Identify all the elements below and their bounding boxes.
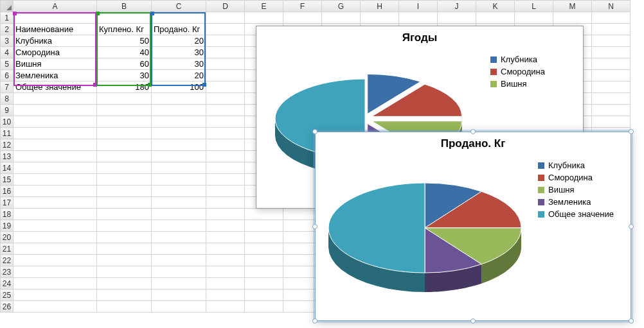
col-header-I[interactable]: I — [399, 1, 438, 12]
col-header-F[interactable]: F — [283, 1, 322, 12]
cell[interactable] — [592, 70, 631, 82]
cell[interactable] — [206, 186, 245, 197]
cell[interactable]: Земленика — [13, 70, 97, 82]
col-header-E[interactable]: E — [245, 1, 283, 12]
cell[interactable] — [245, 232, 283, 243]
cell[interactable] — [245, 12, 283, 24]
cell[interactable] — [97, 209, 152, 220]
cell[interactable] — [206, 255, 245, 266]
cell[interactable] — [206, 58, 245, 70]
cell[interactable] — [245, 266, 283, 278]
cell[interactable] — [206, 209, 245, 220]
pie-plot-front[interactable] — [316, 150, 534, 318]
cell[interactable] — [152, 116, 206, 128]
cell[interactable] — [206, 266, 245, 278]
cell[interactable] — [438, 12, 476, 24]
cell[interactable] — [152, 186, 206, 197]
cell[interactable] — [515, 12, 553, 24]
row-header[interactable]: 6 — [1, 70, 13, 82]
cell[interactable] — [553, 12, 592, 24]
cell[interactable] — [592, 24, 631, 35]
row-header[interactable]: 21 — [1, 243, 13, 255]
row-header[interactable]: 18 — [1, 209, 13, 220]
cell[interactable] — [476, 12, 515, 24]
resize-handle-e[interactable] — [629, 224, 634, 229]
cell[interactable] — [97, 220, 152, 232]
cell[interactable] — [152, 12, 206, 24]
cell[interactable] — [592, 58, 631, 70]
cell[interactable] — [13, 220, 97, 232]
cell[interactable] — [13, 128, 97, 139]
cell[interactable] — [245, 301, 283, 313]
cell[interactable] — [13, 301, 97, 313]
cell[interactable] — [361, 12, 399, 24]
cell[interactable] — [206, 232, 245, 243]
cell[interactable] — [592, 116, 631, 128]
cell[interactable] — [152, 255, 206, 266]
row-header[interactable]: 1 — [1, 12, 13, 24]
cell[interactable] — [206, 116, 245, 128]
resize-handle-s[interactable] — [470, 318, 476, 324]
cell[interactable] — [152, 243, 206, 255]
cell[interactable] — [206, 278, 245, 289]
cell[interactable] — [206, 93, 245, 105]
row-header[interactable]: 13 — [1, 151, 13, 162]
resize-handle-n[interactable] — [470, 129, 476, 134]
select-all-corner[interactable] — [1, 1, 13, 12]
cell[interactable] — [97, 162, 152, 174]
cell[interactable] — [152, 162, 206, 174]
cell[interactable]: Вишня — [13, 58, 97, 70]
cell[interactable] — [592, 47, 631, 58]
cell[interactable] — [152, 105, 206, 116]
cell[interactable] — [206, 128, 245, 139]
row-header[interactable]: 8 — [1, 93, 13, 105]
cell[interactable] — [152, 278, 206, 289]
col-header-H[interactable]: H — [361, 1, 399, 12]
row-header[interactable]: 10 — [1, 116, 13, 128]
cell[interactable] — [97, 278, 152, 289]
row-header[interactable]: 22 — [1, 255, 13, 266]
cell[interactable] — [97, 151, 152, 162]
cell[interactable] — [152, 128, 206, 139]
cell[interactable] — [97, 139, 152, 151]
cell[interactable] — [206, 35, 245, 47]
cell[interactable] — [322, 12, 361, 24]
cell[interactable] — [399, 12, 438, 24]
cell[interactable]: 20 — [152, 35, 206, 47]
cell[interactable]: Наименование — [13, 24, 97, 35]
row-header[interactable]: 17 — [1, 197, 13, 209]
resize-handle-sw[interactable] — [312, 318, 318, 324]
cell[interactable] — [97, 174, 152, 186]
cell[interactable] — [97, 301, 152, 313]
row-header[interactable]: 16 — [1, 186, 13, 197]
cell[interactable] — [206, 139, 245, 151]
cell[interactable] — [97, 243, 152, 255]
cell[interactable]: 30 — [97, 70, 152, 82]
cell[interactable]: Клубника — [13, 35, 97, 47]
cell[interactable] — [13, 139, 97, 151]
cell[interactable] — [152, 232, 206, 243]
cell[interactable] — [206, 105, 245, 116]
cell[interactable]: 100 — [152, 82, 206, 93]
cell[interactable] — [13, 289, 97, 301]
cell[interactable] — [206, 12, 245, 24]
col-header-C[interactable]: C — [152, 1, 206, 12]
row-header[interactable]: 15 — [1, 174, 13, 186]
cell[interactable] — [206, 162, 245, 174]
cell[interactable] — [206, 289, 245, 301]
cell[interactable] — [97, 197, 152, 209]
cell[interactable] — [152, 266, 206, 278]
cell[interactable] — [13, 255, 97, 266]
cell[interactable] — [245, 209, 283, 220]
cell[interactable] — [97, 232, 152, 243]
cell[interactable] — [152, 139, 206, 151]
resize-handle-nw[interactable] — [312, 129, 318, 134]
cell[interactable]: 40 — [97, 47, 152, 58]
row-header[interactable]: 11 — [1, 128, 13, 139]
cell[interactable] — [13, 197, 97, 209]
cell[interactable] — [13, 151, 97, 162]
cell[interactable] — [97, 289, 152, 301]
cell[interactable] — [152, 174, 206, 186]
col-header-J[interactable]: J — [438, 1, 476, 12]
cell[interactable] — [13, 162, 97, 174]
